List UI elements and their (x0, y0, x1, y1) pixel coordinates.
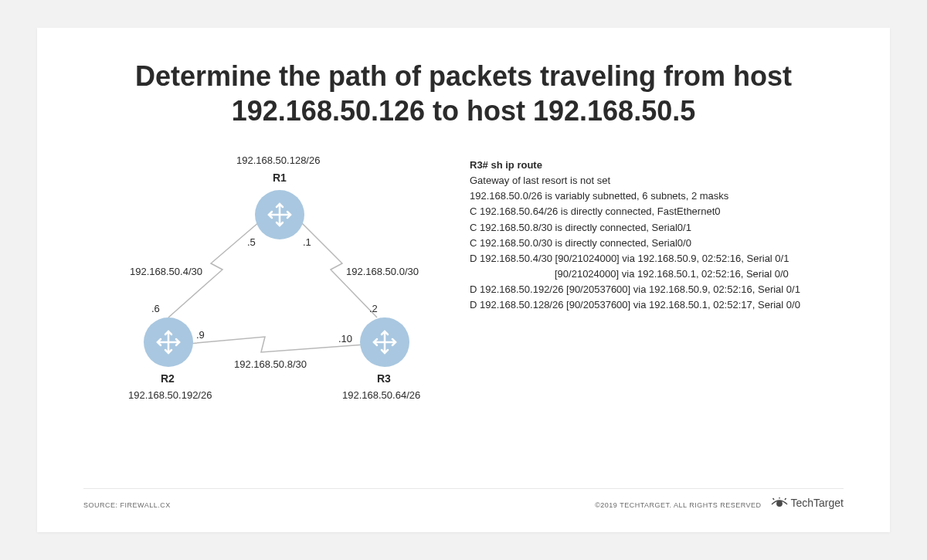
route-line: D 192.168.50.192/26 [90/20537600] via 19… (470, 282, 844, 297)
route-output: R3# sh ip route Gateway of last resort i… (470, 151, 844, 480)
r1-int-left: .5 (247, 236, 256, 248)
content-row: 192.168.50.128/26 R1 .5 .1 .6 .9 (83, 151, 844, 480)
r3-int-left: .10 (338, 333, 352, 344)
r3-int-top: .2 (369, 303, 378, 314)
techtarget-logo: TechTarget (771, 497, 844, 509)
r2-bottom-subnet: 192.168.50.192/26 (128, 389, 212, 401)
route-line: C 192.168.50.64/26 is directly connected… (470, 204, 844, 219)
route-line: D 192.168.50.128/26 [90/20537600] via 19… (470, 297, 844, 313)
r1-int-right: .1 (303, 236, 311, 248)
route-prompt: R3# sh ip route (470, 158, 844, 173)
router-r3 (360, 317, 409, 367)
link-r2-r3-subnet: 192.168.50.8/30 (234, 358, 307, 370)
r1-label: R1 (273, 171, 287, 184)
diagram-column: 192.168.50.128/26 R1 .5 .1 .6 .9 (83, 151, 439, 480)
r1-top-subnet: 192.168.50.128/26 (236, 154, 320, 166)
link-r1-r2-subnet: 192.168.50.4/30 (130, 266, 202, 277)
router-r2 (144, 317, 193, 367)
route-line: D 192.168.50.4/30 [90/21024000] via 192.… (470, 251, 844, 266)
route-line: C 192.168.50.8/30 is directly connected,… (470, 220, 844, 236)
card: Determine the path of packets traveling … (37, 28, 890, 532)
route-line: C 192.168.50.0/30 is directly connected,… (470, 236, 844, 251)
svg-point-6 (776, 501, 781, 506)
svg-line-9 (785, 498, 786, 500)
r2-label: R2 (161, 372, 175, 385)
network-diagram: 192.168.50.128/26 R1 .5 .1 .6 .9 (83, 151, 439, 460)
brand-text: TechTarget (791, 497, 844, 509)
footer: SOURCE: FIREWALL.CX ©2019 TECHTARGET. AL… (83, 488, 844, 509)
footer-copyright: ©2019 TECHTARGET. ALL RIGHTS RESERVED (595, 501, 761, 509)
footer-right: ©2019 TECHTARGET. ALL RIGHTS RESERVED Te… (595, 497, 844, 509)
eye-icon (771, 497, 788, 508)
r3-label: R3 (377, 372, 391, 385)
route-line: [90/21024000] via 192.168.50.1, 02:52:16… (470, 266, 844, 282)
page-title: Determine the path of packets traveling … (83, 59, 844, 128)
route-gw: Gateway of last resort is not set (470, 173, 844, 188)
r3-bottom-subnet: 192.168.50.64/26 (342, 389, 420, 401)
router-arrows-icon (153, 327, 184, 358)
router-arrows-icon (369, 327, 400, 358)
router-r1 (255, 190, 304, 239)
route-line: 192.168.50.0/26 is variably subnetted, 6… (470, 188, 844, 204)
footer-source: SOURCE: FIREWALL.CX (83, 501, 171, 509)
svg-line-7 (772, 498, 774, 500)
r2-int-right: .9 (196, 329, 205, 341)
link-r1-r3-subnet: 192.168.50.0/30 (346, 266, 419, 277)
router-arrows-icon (264, 199, 295, 230)
r2-int-top: .6 (151, 303, 160, 314)
